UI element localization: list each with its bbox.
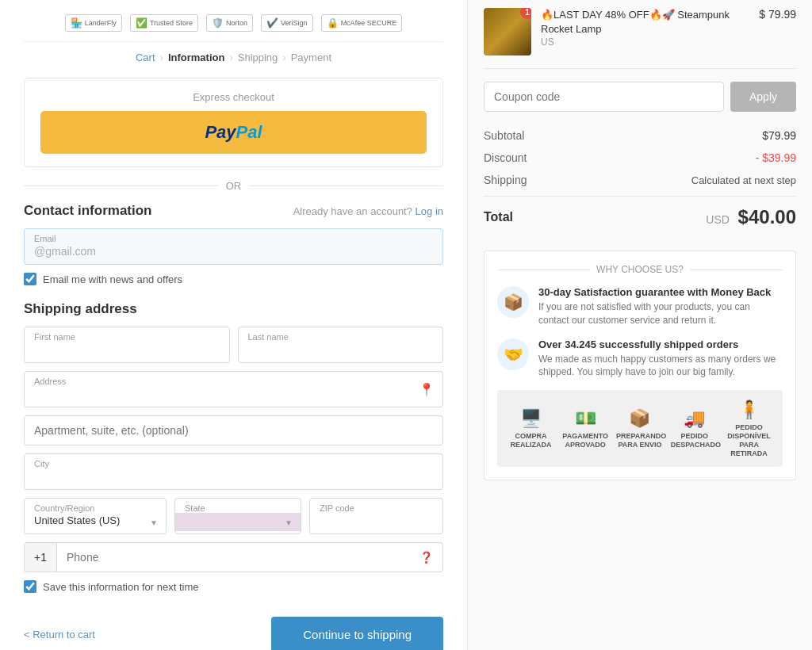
- total-row: Total USD $40.00: [484, 196, 796, 238]
- subtotal-row: Subtotal $79.99: [484, 124, 796, 147]
- email-label: Email: [25, 229, 442, 243]
- trust-badges: 🏪 LanderFly ✅ Trusted Store 🛡️ Norton ✔️…: [24, 8, 443, 42]
- step-label-3: PREPARANDO PARA ENVIO: [616, 432, 664, 449]
- name-fields-row: First name Last name: [24, 327, 443, 363]
- express-checkout-title: Express checkout: [40, 91, 427, 103]
- badge-norton: 🛡️ Norton: [206, 14, 253, 32]
- phone-help-icon[interactable]: ❓: [410, 543, 442, 572]
- last-name-label: Last name: [239, 327, 443, 342]
- country-select[interactable]: United States (US): [25, 513, 166, 531]
- subtotal-label: Subtotal: [484, 129, 524, 142]
- state-field: State: [174, 498, 301, 534]
- newsletter-label: Email me with news and offers: [43, 273, 182, 285]
- total-currency: USD: [706, 213, 730, 226]
- email-field-container: Email: [24, 228, 443, 265]
- apt-field: [24, 415, 443, 445]
- mcafee-icon: 🔒: [327, 17, 339, 29]
- step-4: 🚚 PEDIDO DESPACHADO: [671, 408, 718, 449]
- steps-banner: 🖥️ COMPRA REALIZADA 💵 PAGAMENTO APROVADO…: [497, 390, 783, 467]
- email-input[interactable]: [25, 243, 442, 264]
- login-prompt: Already have an account? Log in: [293, 205, 443, 217]
- breadcrumb-information: Information: [168, 52, 225, 63]
- step-1: 🖥️ COMPRA REALIZADA: [507, 408, 554, 449]
- last-name-input[interactable]: [239, 342, 443, 362]
- apt-input[interactable]: [25, 416, 442, 445]
- country-select-wrapper: United States (US): [25, 513, 166, 531]
- phone-input[interactable]: [57, 543, 410, 572]
- step-label-1: COMPRA REALIZADA: [507, 432, 554, 449]
- shipping-row: Shipping Calculated at next step: [484, 169, 796, 191]
- address-group: Address 📍: [24, 371, 443, 407]
- discount-row: Discount - $39.99: [484, 147, 796, 169]
- why-heading-2: Over 34.245 successfully shipped orders: [538, 338, 783, 350]
- why-desc-1: If you are not satisfied with your produ…: [538, 300, 783, 327]
- newsletter-checkbox[interactable]: [24, 273, 36, 285]
- step-icon-4: 🚚: [684, 408, 705, 429]
- first-name-input[interactable]: [25, 342, 229, 362]
- location-icon: 📍: [419, 382, 435, 397]
- shipping-value: Calculated at next step: [691, 174, 796, 186]
- paypal-label: PayPal: [205, 122, 262, 142]
- login-link[interactable]: Log in: [416, 205, 443, 217]
- why-choose-section: WHY CHOOSE US? 📦 30-day Satisfaction gua…: [484, 250, 796, 480]
- coupon-row: Apply: [484, 82, 796, 112]
- continue-to-shipping-button[interactable]: Continue to shipping: [271, 617, 443, 650]
- trusted-icon: ✅: [136, 17, 147, 29]
- step-icon-5: 🧍: [738, 400, 760, 420]
- total-label: Total: [484, 210, 513, 224]
- bottom-actions: < Return to cart Continue to shipping: [24, 609, 443, 650]
- step-label-4: PEDIDO DESPACHADO: [671, 432, 718, 449]
- state-select-wrapper: [175, 513, 301, 531]
- country-label: Country/Region: [25, 499, 166, 513]
- product-item: 1 🔥LAST DAY 48% OFF🔥🚀 Steampunk Rocket L…: [484, 8, 796, 69]
- subtotal-value: $79.99: [762, 129, 796, 142]
- step-3: 📦 PREPARANDO PARA ENVIO: [616, 408, 664, 449]
- state-select[interactable]: [175, 513, 301, 531]
- first-name-label: First name: [25, 327, 229, 342]
- verisign-icon: ✔️: [266, 17, 278, 29]
- save-info-checkbox[interactable]: [24, 580, 36, 593]
- phone-code: +1: [25, 543, 57, 572]
- contact-section-title: Contact information: [24, 203, 152, 219]
- city-input[interactable]: [25, 468, 442, 489]
- breadcrumb-cart[interactable]: Cart: [136, 52, 155, 63]
- why-desc-2: We made as much happy customers as many …: [538, 353, 783, 380]
- zip-input[interactable]: [310, 513, 442, 533]
- city-field: City: [24, 453, 443, 490]
- apt-group: [24, 415, 443, 445]
- discount-value: - $39.99: [756, 151, 796, 164]
- step-2: 💵 PAGAMENTO APROVADO: [561, 408, 609, 449]
- save-info-label: Save this information for next time: [43, 581, 199, 593]
- badge-trusted: ✅ Trusted Store: [130, 14, 198, 32]
- return-to-cart-link[interactable]: < Return to cart: [24, 629, 95, 640]
- badge-verisign: ✔️ VeriSign: [261, 14, 313, 32]
- shipping-label: Shipping: [484, 174, 527, 186]
- country-field: Country/Region United States (US): [24, 498, 167, 534]
- apply-coupon-button[interactable]: Apply: [730, 82, 796, 112]
- first-name-field: First name: [24, 327, 230, 363]
- breadcrumb-shipping: Shipping: [238, 52, 278, 63]
- right-panel: 1 🔥LAST DAY 48% OFF🔥🚀 Steampunk Rocket L…: [468, 0, 812, 650]
- zip-label: ZIP code: [310, 499, 442, 513]
- why-item-1: 📦 30-day Satisfaction guarantee with Mon…: [497, 286, 783, 327]
- step-icon-2: 💵: [575, 408, 596, 429]
- save-info-row: Save this information for next time: [24, 580, 443, 593]
- norton-icon: 🛡️: [212, 17, 224, 29]
- step-icon-1: 🖥️: [520, 408, 542, 429]
- phone-row: +1 ❓: [24, 542, 443, 572]
- badge-landerify: 🏪 LanderFly: [65, 14, 122, 32]
- step-5: 🧍 PEDIDO DISPONÍVEL PARA RETIRADA: [726, 400, 773, 457]
- email-group: Email: [24, 228, 443, 265]
- coupon-input[interactable]: [484, 82, 724, 112]
- total-amount: $40.00: [738, 206, 796, 228]
- address-row: Country/Region United States (US) State …: [24, 498, 443, 534]
- last-name-field: Last name: [238, 327, 444, 363]
- why-icon-2: 🤝: [497, 338, 529, 370]
- city-label: City: [25, 454, 442, 468]
- product-name: 🔥LAST DAY 48% OFF🔥🚀 Steampunk Rocket Lam…: [541, 8, 749, 36]
- paypal-button[interactable]: PayPal: [40, 111, 427, 154]
- breadcrumb-payment: Payment: [291, 52, 331, 63]
- why-heading-1: 30-day Satisfaction guarantee with Money…: [538, 286, 783, 298]
- step-icon-3: 📦: [629, 408, 650, 429]
- address-input[interactable]: [25, 386, 442, 407]
